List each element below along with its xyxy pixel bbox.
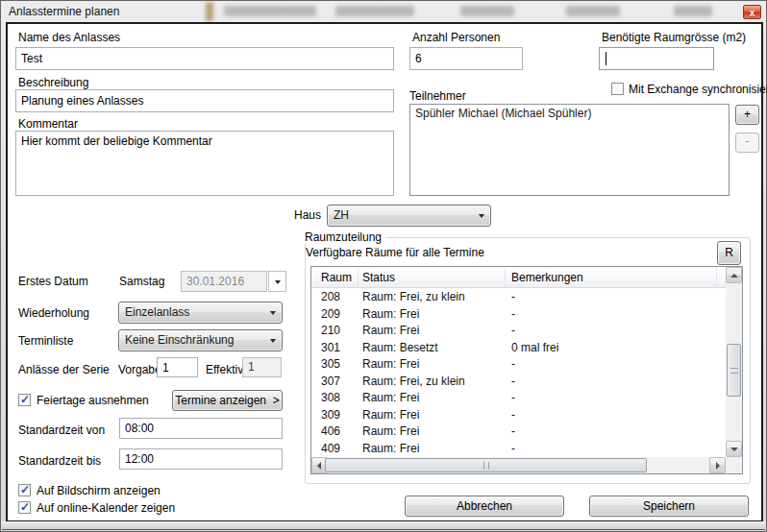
effektiv-label: Effektiv	[206, 363, 243, 376]
titlebar-reflection	[224, 6, 316, 16]
effektiv-input: 1	[242, 357, 282, 377]
exchange-checkbox[interactable]	[611, 83, 624, 95]
thumb-grip	[483, 462, 489, 470]
table-cell: 307	[321, 375, 340, 388]
verfuegbare-raeume-label: Verfügbare Räume für alle Termine	[306, 246, 484, 259]
scroll-down-button[interactable]	[726, 441, 742, 457]
column-header-bemerkungen[interactable]: Bemerkungen	[511, 271, 583, 284]
beschreibung-input[interactable]	[15, 89, 394, 112]
window-title: Anlasstermine planen	[9, 5, 119, 18]
table-cell: Raum: Frei	[362, 424, 419, 438]
vertical-scroll-thumb[interactable]	[727, 344, 741, 397]
table-row[interactable]: 409Raum: Frei-	[311, 440, 726, 457]
title-bar[interactable]: Anlasstermine planen x	[1, 1, 766, 22]
scroll-right-button[interactable]	[709, 457, 726, 473]
vorgabe-input[interactable]	[157, 357, 198, 377]
titlebar-reflection	[206, 2, 213, 21]
refresh-rooms-button[interactable]: R	[717, 241, 741, 265]
table-cell: Raum: Frei	[362, 357, 419, 371]
raumgroesse-input[interactable]	[599, 47, 714, 70]
anzahl-personen-label: Anzahl Personen	[412, 31, 500, 44]
kommentar-label: Kommentar	[18, 117, 78, 131]
table-cell: 309	[321, 408, 340, 422]
anzahl-personen-input[interactable]	[409, 47, 523, 70]
table-cell: 308	[321, 391, 340, 404]
table-cell: -	[511, 357, 515, 371]
table-row[interactable]: 308Raum: Frei-	[311, 389, 726, 406]
table-cell: 209	[321, 307, 340, 321]
haus-select[interactable]: ZH	[327, 205, 491, 227]
table-row[interactable]: 209Raum: Frei-	[311, 305, 726, 323]
titlebar-reflection	[674, 6, 712, 16]
scroll-up-button[interactable]	[726, 267, 742, 283]
exchange-checkbox-label[interactable]: Mit Exchange synchronisieren	[629, 83, 767, 96]
table-row[interactable]: 406Raum: Frei-	[311, 423, 726, 440]
column-divider[interactable]	[716, 269, 717, 286]
table-row[interactable]: 305Raum: Frei-	[311, 355, 726, 373]
close-icon: x	[750, 8, 755, 18]
feiertage-checkbox-label[interactable]: Feiertage ausnehmen	[37, 394, 149, 407]
titlebar-reflection	[566, 6, 620, 16]
terminliste-selected-value: Keine Einschränkung	[125, 333, 234, 347]
column-divider[interactable]	[358, 269, 359, 286]
table-row[interactable]: 309Raum: Frei-	[311, 406, 726, 423]
erstes-datum-input[interactable]: 30.01.2016	[181, 271, 267, 292]
anlaesse-der-serie-label: Anlässe der Serie	[18, 363, 110, 376]
chevron-down-icon	[270, 311, 276, 315]
arrow-up-icon	[730, 274, 738, 278]
chevron-down-icon	[479, 214, 484, 218]
add-teilnehmer-button[interactable]: +	[735, 105, 759, 125]
table-cell: Raum: Frei	[362, 408, 419, 422]
name-input[interactable]	[15, 47, 394, 70]
arrow-down-icon	[730, 447, 738, 451]
teilnehmer-list[interactable]: Spühler Michael (Michael Spühler)	[409, 104, 730, 196]
table-cell: -	[511, 442, 515, 455]
table-row[interactable]: 307Raum: Frei, zu klein-	[311, 373, 726, 390]
haus-label: Haus	[294, 208, 321, 222]
horizontal-scroll-thumb[interactable]	[325, 458, 647, 472]
table-row[interactable]: 301Raum: Besetzt0 mal frei	[311, 339, 726, 356]
termine-anzeigen-button[interactable]: Termine anzeigen >	[172, 390, 283, 411]
remove-teilnehmer-button[interactable]: -	[735, 133, 759, 153]
bildschirm-checkbox-label[interactable]: Auf Bildschirm anzeigen	[37, 484, 161, 497]
titlebar-reflection	[460, 6, 514, 16]
column-header-raum[interactable]: Raum	[321, 271, 352, 284]
weekday-label: Samstag	[119, 275, 164, 288]
feiertage-checkbox[interactable]	[18, 394, 31, 406]
text-cursor	[606, 52, 606, 65]
table-cell: 0 mal frei	[511, 341, 558, 354]
vertical-scrollbar[interactable]	[726, 267, 742, 457]
table-row[interactable]: 208Raum: Frei, zu klein-	[311, 288, 726, 305]
cancel-button[interactable]: Abbrechen	[405, 496, 564, 517]
wiederholung-select[interactable]: Einzelanlass	[118, 302, 283, 324]
table-row[interactable]: 210Raum: Frei-	[311, 322, 726, 339]
table-cell: 210	[321, 324, 340, 337]
standardzeit-bis-input[interactable]	[119, 448, 283, 470]
table-cell: 409	[321, 442, 340, 455]
rooms-table: Raum Status Bemerkungen 208Raum: Frei, z…	[310, 266, 743, 474]
standardzeit-von-input[interactable]	[119, 418, 283, 439]
date-dropdown-button[interactable]	[268, 271, 286, 292]
terminliste-select[interactable]: Keine Einschränkung	[118, 329, 283, 351]
table-cell: -	[511, 324, 515, 337]
list-item[interactable]: Spühler Michael (Michael Spühler)	[410, 105, 729, 122]
dialog-window: Anlasstermine planen x Name des Anlasses…	[0, 0, 767, 532]
raumzuteilung-group-label: Raumzuteilung	[305, 230, 385, 244]
online-kalender-checkbox[interactable]	[18, 501, 31, 514]
online-kalender-checkbox-label[interactable]: Auf online-Kalender zeigen	[37, 501, 175, 515]
wiederholung-label: Wiederholung	[18, 306, 89, 320]
thumb-grip	[730, 368, 738, 374]
column-header-status[interactable]: Status	[362, 271, 395, 284]
rooms-table-body: 208Raum: Frei, zu klein-209Raum: Frei-21…	[311, 288, 726, 456]
close-button[interactable]: x	[743, 5, 761, 19]
bildschirm-checkbox[interactable]	[18, 484, 31, 496]
kommentar-textarea[interactable]: Hier kommt der beliebige Kommentar	[15, 131, 394, 196]
column-divider[interactable]	[505, 269, 506, 286]
table-cell: -	[511, 307, 515, 321]
horizontal-scrollbar[interactable]	[311, 457, 726, 473]
titlebar-reflection	[335, 6, 414, 16]
save-button[interactable]: Speichern	[589, 496, 749, 517]
beschreibung-label: Beschreibung	[18, 76, 88, 89]
raumgroesse-label: Benötigte Raumgrösse (m2)	[602, 31, 746, 44]
table-cell: 406	[321, 424, 340, 438]
